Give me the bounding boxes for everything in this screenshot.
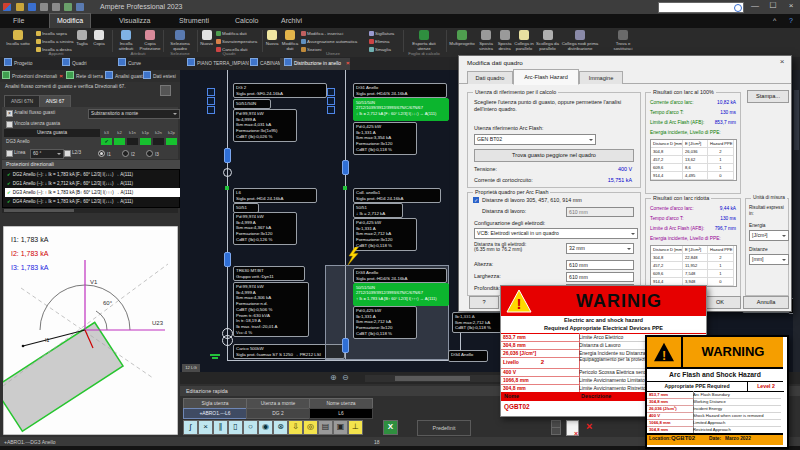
switch-icon[interactable]: × bbox=[198, 420, 213, 435]
ribbon-esporta-dati-utenze[interactable]: Esporta dati utenze bbox=[407, 30, 441, 51]
radio-i2[interactable]: I2 bbox=[122, 150, 135, 157]
ribbon-collega-parallelo[interactable]: Collega in parallelo bbox=[514, 30, 534, 51]
scrollbar-thumb[interactable] bbox=[794, 90, 799, 150]
tab-arc-flash-hazard[interactable]: Arc-Flash Hazard bbox=[513, 69, 579, 85]
generator-icon[interactable]: ʃ bbox=[183, 420, 198, 435]
relay-label-dg3-selected[interactable]: 50/51/50N 2712/1039/3912/3993/67N/C/67N/… bbox=[353, 283, 449, 306]
ribbon-seleziona-quadro[interactable]: Seleziona quadro bbox=[166, 30, 194, 51]
protection-row[interactable]: ✔DG4 Anello (–): ↓ Ik = 1,783 kA [F↓ 60°… bbox=[5, 197, 181, 206]
info-label-dg3[interactable]: Pd:0,425 kW Ib:1,331 A Ikm max:2,712 kA … bbox=[353, 306, 417, 339]
component-icon[interactable] bbox=[327, 106, 335, 114]
protection-row[interactable]: ✔DG2 Anello (–): ↓ Ik = 1,783 kA [F↓ 60°… bbox=[5, 170, 181, 179]
redo-icon[interactable] bbox=[52, 3, 60, 11]
ribbon-modifica-dati-utenza[interactable]: Modifica dati bbox=[281, 30, 299, 51]
relay-label[interactable]: 50/51 ↓ Ik = 2,712 kA bbox=[353, 203, 403, 218]
new-label-doc-icon[interactable]: × bbox=[566, 420, 579, 436]
report-icon[interactable] bbox=[160, 85, 171, 96]
settings-icon[interactable] bbox=[76, 3, 84, 11]
scrollbar-vertical[interactable] bbox=[793, 70, 800, 372]
protection-row[interactable]: ✔DG1 Anello (–): ↓ Ik = 2,712 kA [F↓ 60°… bbox=[5, 179, 181, 188]
ribbon-nuovo-quadro[interactable]: Nuovo bbox=[199, 30, 214, 46]
height-field[interactable]: 610 mm bbox=[566, 260, 634, 270]
predefinit-button[interactable]: Predefinit bbox=[417, 420, 471, 436]
cell-sigla-utenza[interactable]: +ABRO1.---L6 bbox=[183, 408, 247, 419]
relay-label-dg1-selected[interactable]: 50/51/50N 2712/1039/3912/3993/67N/C/67N/… bbox=[353, 98, 449, 121]
dialog-close-icon[interactable]: × bbox=[777, 57, 787, 66]
doc-tab-piano-terra[interactable]: PIANO TERRA_IMPIANTO bbox=[183, 58, 249, 70]
ribbon-incolla-sopra[interactable]: Incolla sopra bbox=[36, 31, 74, 36]
working-distances-checkbox[interactable]: ✓ bbox=[473, 197, 479, 203]
checkbox-vincola-utenza[interactable] bbox=[6, 121, 13, 128]
doc-tab-distribuzione-anello[interactable]: Distribuzione in anello bbox=[280, 58, 350, 70]
motor-icon[interactable]: ◉ bbox=[258, 420, 273, 435]
node-label-dg3[interactable]: DG3 Anello Sigla prot.:HD4/S 24-16kA bbox=[353, 268, 447, 283]
switch-closed-icon[interactable] bbox=[343, 186, 347, 190]
electrode-config-dropdown[interactable]: VCB: Elettrodi verticali in un quadro bbox=[474, 228, 638, 239]
layer-chip[interactable]: 12 LG bbox=[182, 364, 200, 372]
cell-utenza-monte[interactable]: DG 2 bbox=[246, 408, 310, 419]
stampa-button[interactable]: Stampa... bbox=[747, 90, 789, 103]
breaker-icon[interactable] bbox=[224, 148, 231, 163]
minimize-button[interactable]: — bbox=[748, 1, 762, 10]
tab-rete-di-terra[interactable]: Rete di terra bbox=[66, 71, 103, 82]
node-label-dg4[interactable]: DG4 Anello bbox=[448, 350, 488, 362]
copy-box-icon[interactable]: ▣ bbox=[333, 420, 348, 435]
info-label-tr630[interactable]: Pd:99,974 kW Ib:4,999 A Ikm max:4,306 kA… bbox=[233, 282, 309, 337]
node-label-l6[interactable]: L6 Sigla prot.:HD4 24-16kA bbox=[233, 188, 317, 203]
info-label-coll[interactable]: Pd:0,425 kW Ib:1,331 A Ikm max:2,712 kA … bbox=[353, 218, 417, 251]
ribbon-incolla-attributi[interactable]: Incolla attributi bbox=[115, 30, 137, 51]
ribbon-taglia[interactable]: Taglia bbox=[74, 30, 90, 46]
tab-analisi-guasti[interactable]: Analisi guasti bbox=[105, 71, 144, 82]
menu-modifica[interactable]: Modifica bbox=[50, 14, 90, 28]
excel-icon[interactable]: X bbox=[383, 420, 398, 435]
arc-flash-user-dropdown[interactable]: GEN BT02 bbox=[474, 134, 596, 145]
info-label-l6[interactable]: Pd:99,974 kW Ib:4,999 A Ikm max:4,367 kA… bbox=[233, 212, 297, 245]
node-label-dg2[interactable]: DG 2 Sigla prot.:SF0-24-16kA bbox=[233, 83, 327, 98]
ribbon-collega-nodi[interactable]: Collega nodi prima distribuzione bbox=[561, 30, 599, 51]
distance-units-dropdown[interactable]: [mm] bbox=[749, 254, 789, 265]
ribbon-sigillatura[interactable]: Sigillatura bbox=[369, 31, 401, 36]
ribbon-modifica-dati-quadro[interactable]: Modifica dati bbox=[216, 31, 260, 36]
wd-field[interactable]: 610 mm bbox=[566, 207, 634, 217]
electrode-gap-dropdown[interactable]: 32 mm bbox=[566, 243, 634, 254]
radio-i1[interactable]: I1 bbox=[98, 150, 111, 157]
help-button[interactable]: ? bbox=[469, 296, 499, 309]
ct-icon[interactable] bbox=[223, 168, 232, 177]
scrollbar-thumb[interactable] bbox=[395, 376, 470, 381]
menu-visualizza[interactable]: Visualizza bbox=[112, 14, 157, 28]
fault-cell-k2[interactable] bbox=[114, 138, 125, 145]
node-label-dg1[interactable]: DG1 Anello Sigla prot.:HD4/S 24-16kA bbox=[353, 83, 447, 98]
ribbon-copia[interactable]: Copia bbox=[91, 30, 107, 46]
node-label-coll-anello1[interactable]: Coll. anello1 Sigla prot.:HD4 24-16kA bbox=[353, 188, 441, 203]
tab-dati-quadro[interactable]: Dati quadro bbox=[467, 71, 513, 84]
checkbox-linea[interactable] bbox=[6, 150, 13, 157]
help-icon[interactable]: ? bbox=[786, 14, 796, 28]
menu-file[interactable]: File bbox=[6, 14, 31, 28]
ribbon-sposta-sinistra[interactable]: Sposta sinistra bbox=[477, 30, 495, 51]
scrollbar-horizontal[interactable] bbox=[2, 208, 178, 213]
node-label-tr630[interactable]: TR630 MT/BT Gruppo vett.:Dyn11 bbox=[233, 266, 305, 281]
tab-progetto[interactable]: Progetto bbox=[4, 58, 33, 69]
arrow-box-icon[interactable]: ⇩ bbox=[288, 420, 303, 435]
close-view-icon[interactable]: × bbox=[59, 71, 63, 82]
fault-cell-k3[interactable]: ✔ bbox=[101, 138, 112, 145]
energy-units-dropdown[interactable]: [J/cm²] bbox=[749, 230, 789, 241]
ribbon-scollega-parallelo[interactable]: Scollega da parallelo bbox=[536, 30, 559, 51]
ribbon-trova-sostituisci[interactable]: Trova e sostituisci bbox=[608, 30, 638, 51]
close-doc-icon[interactable]: × bbox=[346, 60, 350, 66]
ground-icon[interactable]: ⊥ bbox=[348, 420, 363, 435]
cancel-button[interactable]: Annulla bbox=[743, 296, 789, 309]
enclosure-icon[interactable]: ▯ bbox=[228, 420, 243, 435]
tab-curve[interactable]: Curve bbox=[118, 58, 141, 69]
ribbon-incolla-sinistra[interactable]: Incolla a sinistra bbox=[36, 39, 74, 44]
breaker-icon[interactable] bbox=[342, 160, 349, 175]
doc-tab-cabinamt[interactable]: CABINAMT bbox=[246, 58, 284, 70]
component-icon[interactable] bbox=[207, 97, 215, 105]
spin-down-icon[interactable] bbox=[551, 427, 561, 435]
fault-cell-k1p[interactable] bbox=[140, 138, 151, 145]
menu-calcolo[interactable]: Calcolo bbox=[228, 14, 265, 28]
checkbox-analisi-flusso[interactable]: × bbox=[6, 110, 13, 117]
find-worst-fault-button[interactable]: Trova guasto peggiore nel quadro bbox=[474, 149, 634, 162]
fault-cell-k2p[interactable] bbox=[166, 138, 177, 145]
tab-dati-estesi[interactable]: Dati estesi bbox=[143, 71, 176, 82]
